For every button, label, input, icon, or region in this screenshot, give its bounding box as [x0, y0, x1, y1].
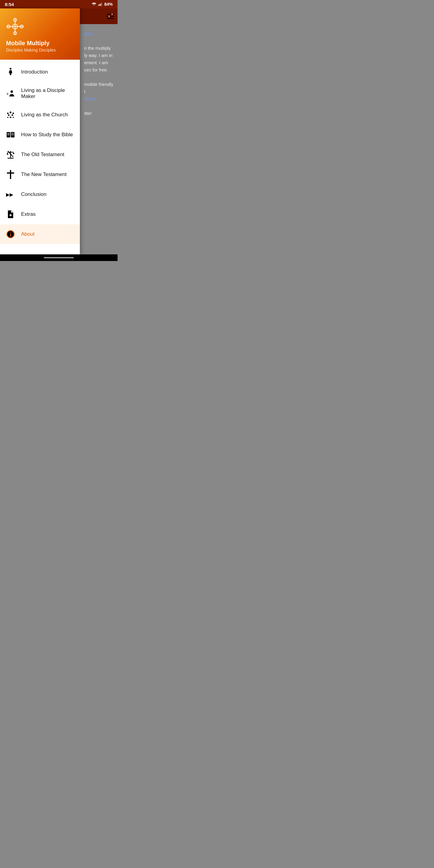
svg-rect-35 — [7, 173, 14, 174]
cross-icon — [6, 170, 15, 179]
content-link2[interactable]: 10.mx — [84, 96, 96, 101]
nav-label-church: Living as the Church — [21, 112, 68, 118]
nav-item-extras[interactable]: Extras — [0, 204, 80, 224]
svg-point-20 — [12, 115, 13, 116]
svg-point-19 — [8, 115, 10, 116]
add-person-icon: + — [6, 89, 15, 98]
forward-icon — [6, 190, 15, 199]
app-title: Mobile Multiply — [6, 39, 74, 47]
wifi-icon — [92, 2, 96, 6]
status-icons: 84% — [92, 2, 113, 7]
nav-label-conclusion: Conclusion — [21, 191, 46, 197]
nav-item-church[interactable]: Living as the Church — [0, 105, 80, 125]
svg-point-11 — [10, 68, 11, 70]
content-panel: com n the multiplyly way. I am inement. … — [80, 8, 118, 254]
time: 8:54 — [5, 2, 14, 7]
svg-text:+: + — [6, 91, 9, 96]
svg-rect-40 — [10, 234, 11, 236]
svg-rect-0 — [98, 4, 99, 6]
content-text1: n the multiplyly way. I am inement. I am… — [84, 45, 113, 72]
svg-point-45 — [108, 16, 110, 17]
status-bar: 8:54 84% — [0, 0, 118, 8]
home-indicator — [44, 257, 74, 258]
bottom-bar — [0, 254, 118, 261]
nav-label-old-testament: The Old Testament — [21, 152, 64, 158]
nav-label-extras: Extras — [21, 211, 36, 217]
person-walking-icon — [6, 67, 15, 76]
svg-point-39 — [10, 232, 11, 233]
nav-item-conclusion[interactable]: Conclusion — [0, 184, 80, 204]
book-open-icon — [6, 130, 15, 139]
signal-icon — [98, 2, 102, 6]
app-logo-icon — [6, 18, 24, 36]
group-icon — [6, 110, 15, 119]
svg-point-16 — [10, 112, 11, 113]
nav-label-about: About — [21, 231, 34, 237]
svg-rect-1 — [99, 4, 100, 6]
nav-label-disciple-maker: Living as a Disciple Maker — [21, 87, 74, 99]
nav-item-new-testament[interactable]: The New Testament — [0, 164, 80, 184]
nav-list: Introduction + Living as a Disciple Make… — [0, 60, 80, 254]
svg-rect-2 — [100, 3, 101, 6]
app-subtitle: Disciples Making Disciples — [6, 48, 74, 53]
file-plus-icon — [6, 210, 15, 219]
content-link1[interactable]: com — [84, 31, 93, 36]
svg-rect-42 — [107, 16, 114, 17]
content-toolbar — [80, 8, 118, 24]
nav-item-old-testament[interactable]: The Old Testament — [0, 145, 80, 164]
svg-point-17 — [7, 113, 9, 114]
info-icon — [6, 230, 15, 239]
svg-rect-21 — [7, 132, 10, 137]
settings-icon[interactable] — [107, 13, 114, 19]
battery: 84% — [104, 2, 113, 7]
nav-label-introduction: Introduction — [21, 69, 48, 75]
content-text3: itter — [84, 111, 92, 116]
nav-label-study-bible: How to Study the Bible — [21, 132, 73, 138]
nav-label-new-testament: The New Testament — [21, 172, 67, 178]
nav-item-introduction[interactable]: Introduction — [0, 62, 80, 82]
nav-item-disciple-maker[interactable]: + Living as a Disciple Maker — [0, 82, 80, 105]
nav-item-study-bible[interactable]: How to Study the Bible — [0, 125, 80, 145]
law-icon — [6, 150, 15, 159]
svg-point-18 — [13, 113, 14, 114]
svg-point-14 — [10, 90, 13, 93]
drawer-header: Mobile Multiply Disciples Making Discipl… — [0, 8, 80, 60]
nav-item-about[interactable]: About — [0, 224, 80, 244]
navigation-drawer: Mobile Multiply Disciples Making Discipl… — [0, 8, 80, 254]
content-text2: mobile friendly I — [84, 82, 113, 94]
svg-rect-43 — [107, 18, 114, 19]
svg-point-44 — [111, 13, 113, 15]
svg-rect-22 — [11, 132, 14, 137]
svg-rect-34 — [10, 170, 11, 179]
content-body: com n the multiplyly way. I am inement. … — [80, 24, 118, 254]
svg-rect-3 — [101, 2, 102, 6]
